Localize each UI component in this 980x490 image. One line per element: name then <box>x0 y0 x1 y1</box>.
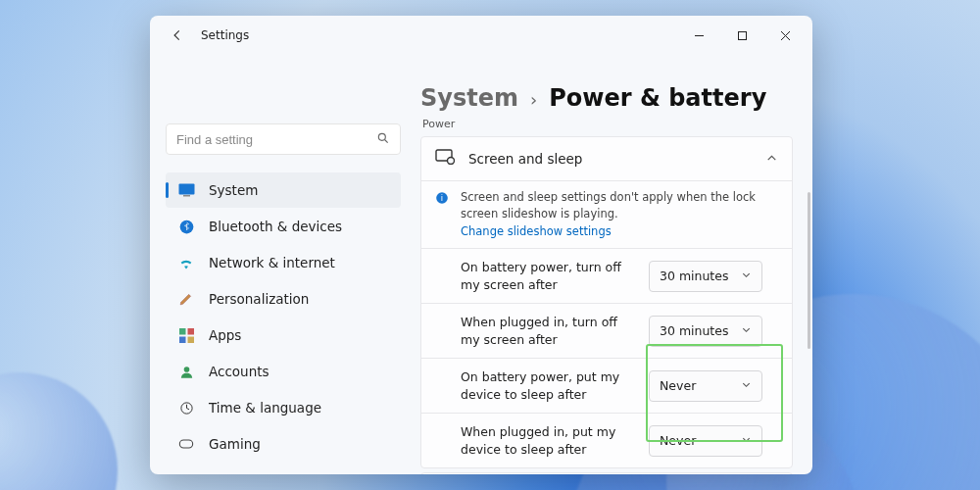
select-value: Never <box>660 433 696 448</box>
sidebar-item-personalization[interactable]: Personalization <box>166 281 401 317</box>
svg-rect-10 <box>187 328 194 335</box>
svg-rect-1 <box>738 31 746 39</box>
gamepad-icon <box>177 435 195 453</box>
change-slideshow-link[interactable]: Change slideshow settings <box>461 223 612 240</box>
svg-point-13 <box>183 367 189 372</box>
screen-and-sleep-card: Screen and sleep i Screen and sleep sett… <box>420 136 793 468</box>
scrollbar[interactable] <box>808 192 810 349</box>
clock-globe-icon <box>177 399 195 416</box>
system-icon <box>177 181 195 199</box>
sidebar-item-label: Personalization <box>209 291 309 307</box>
chevron-down-icon <box>741 323 752 338</box>
paintbrush-icon <box>177 290 195 308</box>
minimize-button[interactable] <box>677 21 720 50</box>
info-banner-power-mode: i Power mode can't be set while the high… <box>420 472 793 474</box>
row-label: When plugged in, turn off my screen afte… <box>461 314 637 348</box>
section-label: Power <box>422 118 793 130</box>
bluetooth-icon <box>177 218 195 235</box>
select-plugged-sleep[interactable]: Never <box>649 425 762 457</box>
row-battery-screen-off: On battery power, turn off my screen aft… <box>421 248 792 303</box>
select-value: 30 minutes <box>660 323 728 338</box>
sidebar-item-label: Accounts <box>209 364 270 379</box>
chevron-down-icon <box>741 269 752 283</box>
window-title: Settings <box>201 28 249 42</box>
select-battery-screen-off[interactable]: 30 minutes <box>649 261 762 292</box>
wifi-icon <box>177 254 195 271</box>
chevron-up-icon <box>765 150 778 169</box>
svg-point-17 <box>448 158 455 165</box>
content-area: System › Power & battery Power Screen an… <box>413 55 812 474</box>
page-title: Power & battery <box>549 84 766 112</box>
close-button[interactable] <box>763 21 807 50</box>
sidebar-item-gaming[interactable]: Gaming <box>166 426 401 462</box>
titlebar: Settings <box>150 16 812 55</box>
sidebar-item-label: System <box>209 182 258 198</box>
sidebar-item-accounts[interactable]: Accounts <box>166 354 401 389</box>
chevron-right-icon: › <box>530 89 537 110</box>
card-title: Screen and sleep <box>468 151 752 167</box>
row-label: When plugged in, put my device to sleep … <box>461 423 637 458</box>
info-text: Screen and sleep settings don't apply wh… <box>461 190 756 220</box>
settings-window: Settings Sys <box>150 16 812 474</box>
row-plugged-screen-off: When plugged in, turn off my screen afte… <box>421 303 792 358</box>
chevron-down-icon <box>741 378 752 393</box>
select-value: Never <box>660 378 696 393</box>
info-icon: i <box>435 191 449 205</box>
sidebar-item-label: Bluetooth & devices <box>209 219 342 234</box>
person-icon <box>177 363 195 380</box>
svg-rect-6 <box>178 184 194 195</box>
select-value: 30 minutes <box>660 269 728 283</box>
svg-rect-9 <box>179 328 186 335</box>
svg-rect-15 <box>179 440 192 448</box>
svg-rect-11 <box>179 336 186 343</box>
svg-rect-12 <box>187 336 194 343</box>
info-banner-slideshow: i Screen and sleep settings don't apply … <box>421 180 792 248</box>
sidebar-item-network[interactable]: Network & internet <box>166 245 401 280</box>
sidebar-item-system[interactable]: System <box>166 172 401 208</box>
sidebar-item-label: Apps <box>209 327 241 343</box>
breadcrumb-parent[interactable]: System <box>420 84 518 112</box>
sidebar-item-time-language[interactable]: Time & language <box>166 390 401 425</box>
search-input[interactable] <box>176 132 376 147</box>
svg-text:i: i <box>441 194 443 203</box>
sidebar-item-apps[interactable]: Apps <box>166 318 401 353</box>
row-label: On battery power, turn off my screen aft… <box>461 259 637 293</box>
screen-icon <box>435 149 455 169</box>
select-battery-sleep[interactable]: Never <box>649 370 762 402</box>
row-label: On battery power, put my device to sleep… <box>461 368 637 403</box>
row-plugged-sleep: When plugged in, put my device to sleep … <box>421 413 792 467</box>
sidebar-item-label: Time & language <box>209 400 321 416</box>
svg-point-4 <box>378 133 385 140</box>
search-icon <box>376 130 390 149</box>
sidebar: System Bluetooth & devices Network & int… <box>150 55 413 474</box>
breadcrumb: System › Power & battery <box>420 84 793 112</box>
svg-rect-7 <box>183 195 190 197</box>
apps-icon <box>177 326 195 344</box>
back-button[interactable] <box>164 22 191 49</box>
maximize-button[interactable] <box>720 21 763 50</box>
select-plugged-screen-off[interactable]: 30 minutes <box>649 316 762 347</box>
row-battery-sleep: On battery power, put my device to sleep… <box>421 358 792 413</box>
search-box[interactable] <box>166 123 401 155</box>
card-header[interactable]: Screen and sleep <box>421 137 792 180</box>
sidebar-item-label: Gaming <box>209 436 261 452</box>
sidebar-item-label: Network & internet <box>209 255 335 270</box>
svg-line-5 <box>385 139 388 142</box>
sidebar-item-bluetooth[interactable]: Bluetooth & devices <box>166 209 401 244</box>
chevron-down-icon <box>741 433 752 448</box>
